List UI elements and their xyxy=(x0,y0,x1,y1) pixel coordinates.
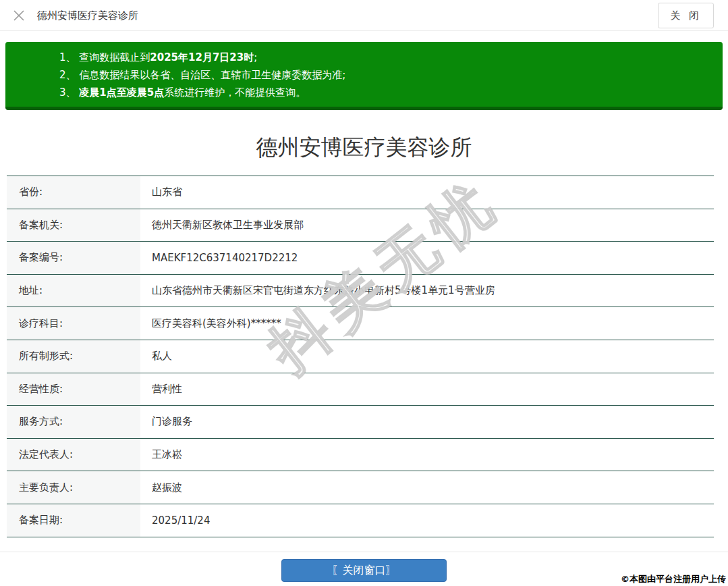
field-label: 服务方式: xyxy=(7,406,140,438)
table-row: 经营性质: 营利性 xyxy=(7,373,714,406)
field-label: 经营性质: xyxy=(7,373,140,406)
notice-line: 3、 凌晨1点至凌晨5点系统进行维护，不能提供查询。 xyxy=(59,84,709,101)
field-label: 诊疗科目: xyxy=(7,307,140,340)
field-value: 门诊服务 xyxy=(140,406,714,438)
field-value: MAEKF12C637140217D2212 xyxy=(140,242,714,274)
field-label: 主要负责人: xyxy=(7,471,140,504)
window-titlebar: 德州安博医疗美容诊所 关 闭 xyxy=(0,0,728,31)
field-value: 营利性 xyxy=(140,373,714,406)
table-row: 所有制形式: 私人 xyxy=(7,340,714,373)
field-label: 备案机关: xyxy=(7,209,140,242)
close-button[interactable]: 关 闭 xyxy=(658,3,714,28)
field-label: 备案日期: xyxy=(7,504,140,537)
window-title: 德州安博医疗美容诊所 xyxy=(37,0,138,31)
field-label: 地址: xyxy=(7,275,140,307)
notice-line: 1、 查询数据截止到2025年12月7日23时; xyxy=(59,49,709,66)
notice-text: 2、 信息数据结果以各省、自治区、直辖市卫生健康委数据为准; xyxy=(59,69,345,81)
notice-text: 3、 xyxy=(59,86,79,99)
notice-text: ; xyxy=(254,51,257,63)
field-value: 王冰崧 xyxy=(140,439,714,471)
info-table: 省份: 山东省 备案机关: 德州天衢新区教体卫生事业发展部 备案编号: MAEK… xyxy=(7,176,714,537)
table-row: 服务方式: 门诊服务 xyxy=(7,406,714,439)
field-label: 法定代表人: xyxy=(7,439,140,471)
field-label: 省份: xyxy=(7,176,140,209)
notice-text: 系统进行维护，不能提供查询。 xyxy=(164,86,306,99)
field-value: 2025/11/24 xyxy=(140,504,714,537)
close-icon[interactable] xyxy=(12,9,26,22)
table-row: 省份: 山东省 xyxy=(7,176,714,209)
notice-bold-text: 凌晨1点至凌晨5点 xyxy=(79,86,164,99)
close-icon-glyph xyxy=(12,9,26,22)
field-label: 备案编号: xyxy=(7,242,140,274)
table-row: 法定代表人: 王冰崧 xyxy=(7,439,714,472)
field-value: 赵振波 xyxy=(140,471,714,504)
page-title: 德州安博医疗美容诊所 xyxy=(0,133,728,163)
table-row: 备案日期: 2025/11/24 xyxy=(7,504,714,537)
table-row: 地址: 山东省德州市天衢新区宋官屯街道东方红东路小申新村5号楼1单元1号营业房 xyxy=(7,275,714,308)
field-value: 山东省德州市天衢新区宋官屯街道东方红东路小申新村5号楼1单元1号营业房 xyxy=(140,275,714,307)
table-row: 备案机关: 德州天衢新区教体卫生事业发展部 xyxy=(7,209,714,242)
notice-banner: 1、 查询数据截止到2025年12月7日23时; 2、 信息数据结果以各省、自治… xyxy=(5,42,723,110)
field-label: 所有制形式: xyxy=(7,340,140,373)
notice-bold-text: 2025年12月7日23时 xyxy=(150,51,254,63)
close-window-button[interactable]: 〖关闭窗口〗 xyxy=(281,559,447,582)
footer-bar: 〖关闭窗口〗 xyxy=(0,552,728,586)
upload-credit-watermark: ©本图由平台注册用户上传 xyxy=(621,573,726,585)
notice-line: 2、 信息数据结果以各省、自治区、直辖市卫生健康委数据为准; xyxy=(59,66,709,84)
notice-text: 1、 查询数据截止到 xyxy=(59,51,150,63)
field-value: 私人 xyxy=(140,340,714,373)
table-row: 备案编号: MAEKF12C637140217D2212 xyxy=(7,242,714,275)
table-row: 主要负责人: 赵振波 xyxy=(7,471,714,504)
field-value: 德州天衢新区教体卫生事业发展部 xyxy=(140,209,714,242)
field-value: 山东省 xyxy=(140,176,714,209)
field-value: 医疗美容科(美容外科)****** xyxy=(140,307,714,340)
table-row: 诊疗科目: 医疗美容科(美容外科)****** xyxy=(7,307,714,340)
